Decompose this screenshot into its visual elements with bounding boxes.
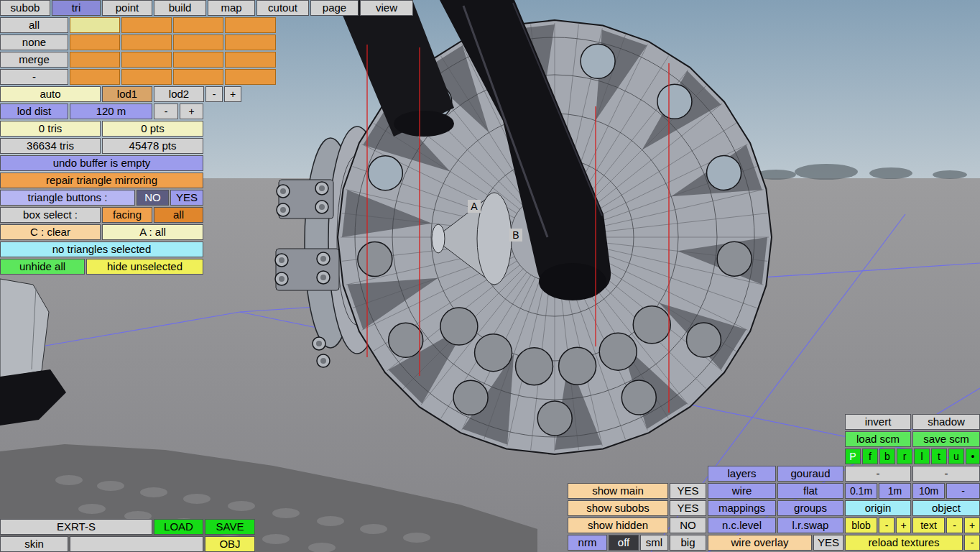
lod1-button[interactable]: lod1 — [102, 86, 152, 102]
lod2-button[interactable]: lod2 — [154, 86, 204, 102]
lod-auto-button[interactable]: auto — [0, 86, 101, 102]
groups-button[interactable]: groups — [777, 500, 843, 516]
tab-cutout[interactable]: cutout — [256, 0, 309, 16]
view-right-button[interactable]: r — [897, 448, 912, 464]
lod-plus-button[interactable]: + — [224, 86, 241, 102]
show-hidden-toggle[interactable]: NO — [670, 518, 706, 533]
subob-grid-cell[interactable] — [70, 52, 120, 68]
view-back-button[interactable]: b — [879, 448, 895, 464]
lod-dist-plus-button[interactable]: + — [180, 104, 203, 119]
mappings-button[interactable]: mappings — [708, 500, 776, 516]
subob-grid-cell[interactable] — [225, 17, 276, 33]
view-perspective-button[interactable]: P — [845, 448, 861, 464]
gouraud-button[interactable]: gouraud — [777, 466, 843, 482]
wire-overlay-toggle[interactable]: YES — [813, 535, 843, 551]
blob-plus-button[interactable]: + — [896, 518, 911, 533]
subob-grid-cell[interactable] — [225, 52, 276, 68]
subob-grid-cell[interactable] — [225, 69, 276, 85]
view-dot-button[interactable]: • — [966, 448, 980, 464]
nrm-button[interactable]: nrm — [568, 535, 607, 551]
object-button[interactable]: object — [912, 500, 980, 516]
blob-button[interactable]: blob — [845, 518, 877, 533]
shadow-button[interactable]: shadow — [912, 414, 980, 430]
tab-map[interactable]: map — [208, 0, 255, 16]
tab-build[interactable]: build — [154, 0, 206, 16]
view-under-button[interactable]: u — [948, 448, 964, 464]
grid-01m-button[interactable]: 0.1m — [845, 483, 877, 499]
app-window: A B subob tri point build map cutout pag… — [0, 0, 980, 552]
clear-selection-button[interactable]: C : clear — [0, 224, 101, 240]
select-all-button[interactable]: all — [0, 17, 68, 33]
hide-unselected-button[interactable]: hide unselected — [86, 259, 203, 275]
total-pts-count: 45478 pts — [102, 138, 203, 154]
wire-button[interactable]: wire — [708, 483, 776, 499]
text-minus-button[interactable]: - — [946, 518, 963, 533]
filename-field[interactable]: EXRT-S — [0, 519, 152, 535]
nrm-big-button[interactable]: big — [670, 535, 706, 551]
tab-point[interactable]: point — [102, 0, 152, 16]
view-left-button[interactable]: l — [914, 448, 930, 464]
reload-textures-button[interactable]: reload textures — [845, 535, 963, 551]
load-button[interactable]: LOAD — [154, 519, 203, 535]
subob-grid-cell[interactable] — [70, 17, 120, 33]
unhide-all-button[interactable]: unhide all — [0, 259, 85, 275]
subob-grid-cell[interactable] — [70, 69, 120, 85]
box-select-all[interactable]: all — [154, 207, 203, 223]
subobject-marker-b[interactable]: B — [509, 229, 522, 242]
skin-label[interactable]: skin — [0, 536, 68, 552]
nrm-sml-button[interactable]: sml — [640, 535, 668, 551]
subob-grid-cell[interactable] — [173, 52, 223, 68]
subobject-marker-a[interactable]: A — [468, 200, 481, 213]
grid-10m-button[interactable]: 10m — [912, 483, 945, 499]
show-subobs-toggle[interactable]: YES — [670, 500, 706, 516]
text-plus-button[interactable]: + — [964, 518, 980, 533]
lod-dist-value[interactable]: 120 m — [70, 104, 152, 119]
save-button[interactable]: SAVE — [205, 519, 255, 535]
view-top-button[interactable]: t — [931, 448, 947, 464]
show-main-toggle[interactable]: YES — [670, 483, 706, 499]
dash-button[interactable]: - — [0, 69, 68, 85]
box-select-facing[interactable]: facing — [102, 207, 152, 223]
select-none-button[interactable]: none — [0, 34, 68, 50]
dash-button-1[interactable]: - — [845, 466, 911, 482]
reload-minus-button[interactable]: - — [964, 535, 980, 551]
subob-grid-cell[interactable] — [121, 69, 172, 85]
text-button[interactable]: text — [912, 518, 945, 533]
lr-swap-button[interactable]: l.r.swap — [777, 518, 843, 533]
nc-level-button[interactable]: n.c.level — [708, 518, 776, 533]
save-scm-button[interactable]: save scm — [912, 431, 980, 447]
subob-grid-cell[interactable] — [225, 34, 276, 50]
grid-dash-button[interactable]: - — [946, 483, 980, 499]
merge-button[interactable]: merge — [0, 52, 68, 68]
flat-button[interactable]: flat — [777, 483, 843, 499]
subob-grid-cell[interactable] — [70, 34, 120, 50]
dash-button-2[interactable]: - — [912, 466, 980, 482]
triangle-buttons-no[interactable]: NO — [137, 190, 169, 206]
wire-overlay-label: wire overlay — [708, 535, 812, 551]
subob-grid-cell[interactable] — [173, 34, 223, 50]
tab-subob[interactable]: subob — [0, 0, 50, 16]
layers-button[interactable]: layers — [708, 466, 776, 482]
subob-grid-cell[interactable] — [173, 17, 223, 33]
tab-tri[interactable]: tri — [52, 0, 101, 16]
select-all-tris-button[interactable]: A : all — [102, 224, 203, 240]
repair-mirroring-button[interactable]: repair triangle mirroring — [0, 172, 203, 188]
subob-grid-cell[interactable] — [121, 34, 172, 50]
obj-export-button[interactable]: OBJ — [205, 536, 255, 552]
origin-button[interactable]: origin — [845, 500, 911, 516]
invert-button[interactable]: invert — [845, 414, 911, 430]
blob-minus-button[interactable]: - — [879, 518, 895, 533]
skin-value-field[interactable] — [70, 536, 203, 552]
subob-grid-cell[interactable] — [121, 17, 172, 33]
subob-grid-cell[interactable] — [173, 69, 223, 85]
load-scm-button[interactable]: load scm — [845, 431, 911, 447]
triangle-buttons-yes[interactable]: YES — [170, 190, 203, 206]
lod-minus-button[interactable]: - — [205, 86, 223, 102]
subob-grid-cell[interactable] — [121, 52, 172, 68]
lod-dist-minus-button[interactable]: - — [154, 104, 178, 119]
view-front-button[interactable]: f — [862, 448, 878, 464]
nrm-off-button[interactable]: off — [609, 535, 639, 551]
tab-view[interactable]: view — [360, 0, 413, 16]
tab-page[interactable]: page — [310, 0, 359, 16]
grid-1m-button[interactable]: 1m — [879, 483, 911, 499]
